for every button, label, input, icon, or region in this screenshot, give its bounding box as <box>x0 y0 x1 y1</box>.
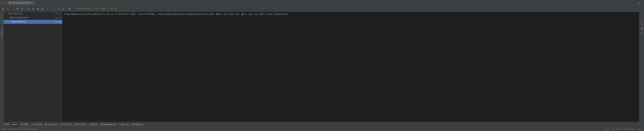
scroll-top-icon[interactable]: ↑ <box>640 13 644 17</box>
toolbar: ▶ ■ ✕ ↺ ⟳ ⇅ ⇵ ⊞ ⊟ ↓ ↑ ⇥ ⇤ ⚙ ✓ Tests pass… <box>0 6 644 12</box>
tree-item-search-test[interactable]: ✓ searchTest() 741 ms <box>4 20 62 24</box>
status-text: Tests passed: 1 of 1 test – 741 ms <box>76 8 117 10</box>
tree-item-naver-client-test[interactable]: ▾ ✓ NaverClientTest 741 ms <box>4 16 62 20</box>
warning-icon: ⚠ <box>636 128 637 130</box>
pin-icon[interactable]: 📌 <box>640 27 644 31</box>
toolbar-status: ✓ Tests passed: 1 of 1 test – 741 ms <box>74 8 117 10</box>
run-label: Run: <box>1 2 6 4</box>
stop-button[interactable]: ■ <box>6 7 10 11</box>
collapse-all-button[interactable]: ⊟ <box>40 7 45 11</box>
profiler-icon: ◎ <box>60 123 61 126</box>
title-tab[interactable]: 🔴 NaverClientTest × <box>8 1 34 5</box>
close-icon[interactable]: × <box>32 2 33 4</box>
expand-all-button[interactable]: ⊞ <box>36 7 40 11</box>
tab-spring[interactable]: ❧ Spring <box>118 122 130 127</box>
terminal-icon: ▣ <box>46 123 46 126</box>
tab-todo[interactable]: ☰ TODO <box>19 122 29 127</box>
tree-time: 741 ms <box>54 13 61 15</box>
pass-icon: ✓ <box>6 13 8 15</box>
menu-icon[interactable]: ☰ <box>640 22 644 26</box>
endpoints-icon: ⊕ <box>132 123 133 126</box>
title-bar: Run: 🔴 NaverClientTest × ⚙ … <box>0 0 644 6</box>
output-line-1: ShoppingResponse(lastBuildDate=Fri Jul 2… <box>64 13 638 16</box>
horizontal-scrollbar[interactable] <box>62 120 639 122</box>
right-icon-panel: ↑ ↓ ☰ 📌 🗑 <box>639 12 644 122</box>
status-bar: Tests passed: 1 (10 minutes ago) 15:17 L… <box>0 127 644 131</box>
status-right: 15:17 LF UTF-8 4 spaces ⚠ main <box>604 128 642 130</box>
spring-icon: ❧ <box>120 123 121 126</box>
far-left-tabs: Structure Bookmarks <box>0 12 4 122</box>
tab-endpoints-label: Endpoints <box>134 123 144 126</box>
tree-time-3: 741 ms <box>54 21 61 23</box>
import-button[interactable]: ⇥ <box>56 7 61 11</box>
scroll-bottom-icon[interactable]: ↓ <box>640 18 644 21</box>
status-check-icon: ✓ <box>74 8 75 10</box>
bookmarks-tab[interactable]: Bookmarks <box>0 26 4 40</box>
status-time: 15:17 <box>604 128 610 130</box>
tree-item-test-results[interactable]: ▾ ✓ Test Results 741 ms <box>4 12 62 16</box>
pass-icon-2: ✓ <box>8 17 10 19</box>
tab-icon: 🔴 <box>9 2 12 4</box>
rerun-failed-button[interactable]: ⟳ <box>20 7 24 11</box>
tab-terminal[interactable]: ▣ Terminal <box>44 122 58 127</box>
test-tree: ▾ ✓ Test Results 741 ms ▾ ✓ NaverClientT… <box>4 12 62 122</box>
status-indent[interactable]: 4 spaces <box>624 128 634 130</box>
title-right-actions: ⚙ … <box>638 1 643 5</box>
todo-icon: ☰ <box>20 123 22 126</box>
expand-arrow-2: ▾ <box>7 17 8 19</box>
tab-profiler-label: Profiler <box>62 123 72 126</box>
sort-az-button[interactable]: ⇅ <box>26 7 31 11</box>
tab-services-label: Services <box>76 123 86 126</box>
main-content: Structure Bookmarks ▾ ✓ Test Results 741… <box>0 12 644 122</box>
status-branch[interactable]: ⚠ main <box>636 128 642 130</box>
rerun-button[interactable]: ↺ <box>15 7 20 11</box>
tree-time-2: 741 ms <box>54 17 61 19</box>
delete-icon[interactable]: 🗑 <box>640 32 644 35</box>
tab-name: NaverClientTest <box>13 2 31 4</box>
tree-label-2: NaverClientTest <box>10 17 54 19</box>
ellipsis-icon[interactable]: … <box>641 2 643 5</box>
expand-arrow: ▾ <box>5 13 6 15</box>
bottom-toolbar: ⎇ Git ▶ Run ☰ TODO ⚠ Problems ▣ Terminal… <box>0 122 644 127</box>
right-output-panel: ShoppingResponse(lastBuildDate=Fri Jul 2… <box>62 12 639 122</box>
left-panel: ▾ ✓ Test Results 741 ms ▾ ✓ NaverClientT… <box>4 12 62 122</box>
run-button[interactable]: ▶ <box>1 7 5 11</box>
tab-terminal-label: Terminal <box>47 123 57 126</box>
status-left-text: Tests passed: 1 (10 minutes ago) <box>2 128 37 130</box>
structure-tab[interactable]: Structure <box>0 12 4 26</box>
tab-services[interactable]: ◈ Services <box>73 122 88 127</box>
tab-problems-label: Problems <box>33 123 42 126</box>
tab-spring-label: Spring <box>122 123 129 126</box>
scroll-up-button[interactable]: ↑ <box>50 7 54 11</box>
tab-todo-label: TODO <box>23 123 28 126</box>
tab-git-label: Git <box>5 123 9 126</box>
status-line-ending[interactable]: LF <box>612 128 614 130</box>
git-icon: ⎇ <box>2 123 5 126</box>
tab-build-label: Build <box>91 123 97 126</box>
tab-run-label: Run <box>14 123 18 126</box>
problems-icon: ⚠ <box>31 123 32 126</box>
tab-endpoints[interactable]: ⊕ Endpoints <box>130 122 146 127</box>
run-tab-icon: ▶ <box>12 123 13 126</box>
tab-profiler[interactable]: ◎ Profiler <box>59 122 73 127</box>
dependencies-icon: ◆ <box>100 123 101 126</box>
tree-label-3: searchTest() <box>12 21 54 23</box>
scroll-down-button[interactable]: ↓ <box>45 7 50 11</box>
tab-problems[interactable]: ⚠ Problems <box>30 122 44 127</box>
status-encoding[interactable]: UTF-8 <box>617 128 622 130</box>
sort-za-button[interactable]: ⇵ <box>31 7 36 11</box>
tree-label: Test Results <box>8 13 54 15</box>
branch-name: main <box>638 128 642 130</box>
tab-dependencies-label: Dependencies <box>102 123 116 126</box>
tab-build[interactable]: ◇ Build <box>88 122 98 127</box>
output-content: ShoppingResponse(lastBuildDate=Fri Jul 2… <box>62 12 639 120</box>
build-icon: ◇ <box>89 123 90 126</box>
export-button[interactable]: ⇤ <box>61 7 66 11</box>
cancel-button[interactable]: ✕ <box>10 7 15 11</box>
tab-git[interactable]: ⎇ Git <box>1 122 10 127</box>
pass-icon-3: ✓ <box>10 21 11 23</box>
settings-toolbar-button[interactable]: ⚙ <box>68 7 72 11</box>
settings-icon[interactable]: ⚙ <box>638 1 640 5</box>
tab-run[interactable]: ▶ Run <box>11 122 19 127</box>
tab-dependencies[interactable]: ◆ Dependencies <box>99 122 118 127</box>
